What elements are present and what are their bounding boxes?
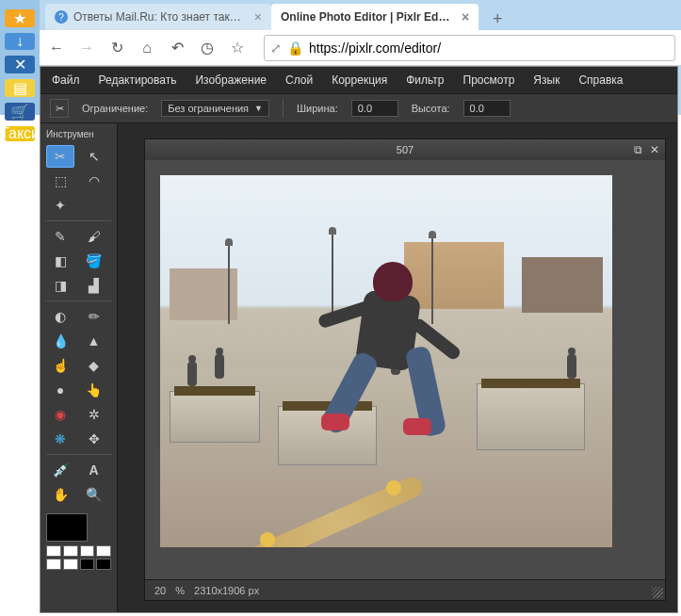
reload-button[interactable]: ↻ — [105, 37, 128, 59]
canvas-window: 507 ⧉ ✕ — [144, 138, 666, 601]
menu-edit[interactable]: Редактировать — [99, 73, 177, 87]
swatch[interactable] — [80, 545, 95, 557]
canvas-statusbar: 20 % 2310x1906 px — [145, 579, 665, 600]
lock-icon: 🔒 — [287, 41, 303, 56]
menu-adjustment[interactable]: Коррекция — [332, 73, 387, 87]
close-icon[interactable]: × — [462, 9, 469, 24]
home-button[interactable]: ⌂ — [136, 37, 158, 59]
menu-image[interactable]: Изображение — [195, 73, 267, 87]
spot-heal-tool-icon[interactable]: ✲ — [80, 403, 108, 426]
pixlr-app: Файл Редактировать Изображение Слой Корр… — [40, 66, 678, 613]
wand-tool-icon[interactable]: ✦ — [46, 194, 74, 217]
market-tile[interactable]: 🛒 — [5, 103, 35, 121]
bloat-tool-icon[interactable]: ❋ — [46, 428, 74, 450]
tabs-row: ? Ответы Mail.Ru: Кто знает таку... × On… — [40, 0, 681, 30]
sharpen-tool-icon[interactable]: ▲ — [80, 330, 108, 352]
forward-button[interactable]: → — [75, 37, 98, 59]
crop-tool-icon[interactable]: ✂ — [46, 145, 74, 168]
canvas-dimensions: 2310x1906 px — [194, 585, 259, 596]
burn-tool-icon[interactable]: 👆 — [80, 379, 108, 401]
tools-tile[interactable]: ✕ — [5, 56, 35, 73]
crop-indicator-icon: ✂ — [50, 99, 69, 118]
dodge-tool-icon[interactable]: ● — [46, 379, 74, 401]
schedule-icon[interactable]: ◷ — [196, 37, 219, 59]
lasso-tool-icon[interactable]: ◠ — [80, 170, 108, 192]
tools-header: Инструмен — [41, 127, 117, 145]
draw-tool-icon[interactable]: ✏ — [80, 305, 108, 328]
back-button[interactable]: ← — [45, 37, 68, 59]
height-label: Высота: — [412, 103, 450, 114]
brush-tool-icon[interactable]: 🖌 — [80, 225, 108, 248]
width-label: Ширина: — [297, 103, 338, 114]
canvas-titlebar[interactable]: 507 ⧉ ✕ — [145, 139, 665, 160]
width-field[interactable]: 0.0 — [351, 100, 398, 117]
nav-toolbar: ← → ↻ ⌂ ↶ ◷ ☆ ⤢ 🔒 — [40, 30, 681, 66]
replace-color-tool-icon[interactable]: ◐ — [46, 305, 74, 328]
zoom-value[interactable]: 20 — [154, 585, 166, 596]
constraint-label: Ограничение: — [82, 103, 148, 114]
history-button[interactable]: ↶ — [166, 37, 188, 59]
pinch-tool-icon[interactable]: ✥ — [80, 428, 108, 450]
height-field[interactable]: 0.0 — [463, 100, 511, 117]
bookmark-star-icon[interactable]: ☆ — [226, 37, 249, 59]
menu-bar: Файл Редактировать Изображение Слой Корр… — [41, 67, 677, 93]
pencil-tool-icon[interactable]: ✎ — [46, 225, 74, 248]
swatch[interactable] — [63, 559, 78, 570]
close-icon[interactable]: × — [254, 9, 262, 24]
tab-label: Ответы Mail.Ru: Кто знает таку... — [73, 10, 243, 24]
stamp-tool-icon[interactable]: ▟ — [80, 274, 108, 297]
zoom-unit: % — [175, 585, 185, 596]
notes-tile[interactable]: ▤ — [5, 79, 35, 97]
eraser-tool-icon[interactable]: ◧ — [46, 250, 74, 272]
tab-pixlr[interactable]: Online Photo Editor | Pixlr Editor | ...… — [271, 4, 478, 30]
sponge-tool-icon[interactable]: ◆ — [80, 354, 108, 377]
zoom-tool-icon[interactable]: 🔍 — [80, 483, 108, 506]
menu-filter[interactable]: Фильтр — [406, 73, 444, 87]
eyedropper-tool-icon[interactable]: 💉 — [46, 459, 74, 481]
maximize-icon[interactable]: ⧉ — [634, 143, 642, 156]
constraint-dropdown[interactable]: Без ограничения ▼ — [161, 100, 269, 117]
swatch[interactable] — [96, 559, 111, 570]
swatch[interactable] — [80, 559, 95, 570]
swatch[interactable] — [63, 545, 78, 557]
hand-tool-icon[interactable]: ✋ — [46, 483, 74, 506]
url-bar[interactable]: ⤢ 🔒 — [264, 35, 675, 61]
option-bar: ✂ Ограничение: Без ограничения ▼ Ширина:… — [41, 93, 677, 123]
tab-label: Online Photo Editor | Pixlr Editor | ... — [281, 10, 450, 24]
marquee-tool-icon[interactable]: ⬚ — [46, 170, 74, 192]
new-tab-button[interactable]: + — [486, 8, 509, 30]
tools-panel: Инструмен ✂ ↖ ⬚ ◠ ✦ ✎ 🖌 ◧ 🪣 ◨ ▟ ◐ ✏ 💧 ▲ — [41, 123, 118, 612]
mailru-favicon-icon: ? — [55, 10, 68, 24]
type-tool-icon[interactable]: A — [80, 459, 108, 481]
downloads-tile[interactable]: ↓ — [5, 33, 35, 50]
swatch[interactable] — [46, 559, 61, 570]
separator — [283, 99, 284, 118]
blur-tool-icon[interactable]: 💧 — [46, 330, 74, 352]
expand-icon[interactable]: ⤢ — [270, 41, 282, 56]
menu-view[interactable]: Просмотр — [463, 73, 515, 87]
canvas-content[interactable] — [145, 160, 665, 579]
menu-file[interactable]: Файл — [52, 73, 80, 87]
swatch[interactable] — [96, 545, 111, 557]
menu-help[interactable]: Справка — [578, 73, 623, 87]
canvas-area: 507 ⧉ ✕ — [118, 123, 677, 612]
menu-language[interactable]: Язык — [533, 73, 559, 87]
tab-mailru[interactable]: ? Ответы Mail.Ru: Кто знает таку... × — [45, 4, 271, 30]
move-tool-icon[interactable]: ↖ — [80, 145, 108, 168]
menu-layer[interactable]: Слой — [285, 73, 313, 87]
favorites-tile[interactable]: ★ — [5, 9, 35, 27]
photo-image — [160, 175, 612, 547]
gradient-tool-icon[interactable]: ◨ — [46, 274, 74, 297]
foreground-color-swatch[interactable] — [46, 513, 88, 542]
redeye-tool-icon[interactable]: ◉ — [46, 403, 74, 426]
bucket-tool-icon[interactable]: 🪣 — [80, 250, 108, 272]
url-input[interactable] — [309, 41, 669, 56]
chevron-down-icon: ▼ — [254, 104, 263, 113]
resize-grip[interactable] — [652, 587, 663, 598]
swatch[interactable] — [46, 545, 61, 557]
taxi-tile[interactable]: Такси — [5, 126, 35, 141]
smudge-tool-icon[interactable]: ☝ — [46, 354, 74, 377]
close-icon[interactable]: ✕ — [650, 143, 659, 156]
constraint-value: Без ограничения — [168, 103, 249, 114]
canvas-title: 507 — [397, 144, 413, 155]
